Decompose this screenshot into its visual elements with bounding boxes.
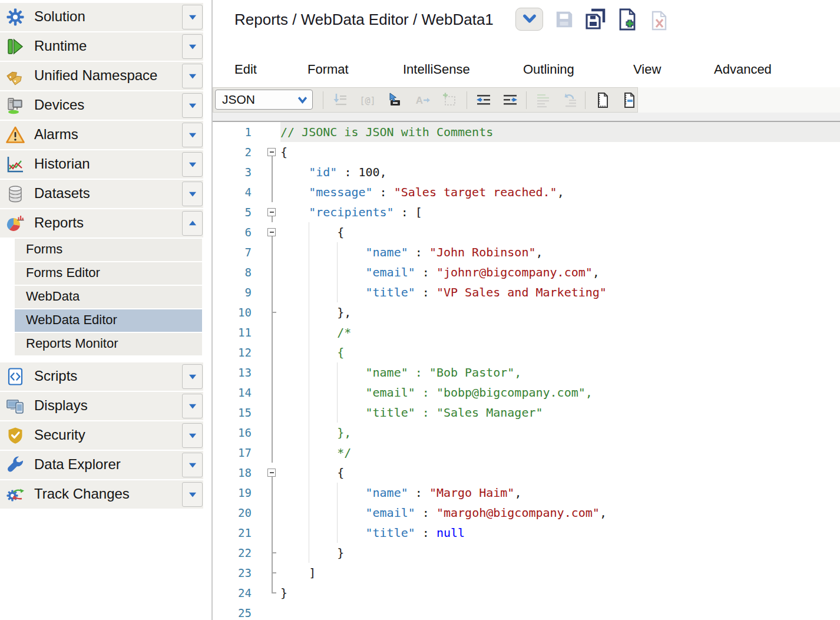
increase-indent-button[interactable]	[498, 90, 522, 111]
code-line[interactable]: 1// JSONC is JSON with Comments	[213, 122, 840, 142]
sidebar-item-track-changes[interactable]: Track Changes	[0, 480, 203, 509]
code-text	[280, 603, 840, 620]
shield-icon	[6, 426, 25, 445]
code-line[interactable]: 24}	[213, 583, 840, 603]
sidebar-subitem-webdata-editor[interactable]: WebData Editor	[15, 309, 202, 332]
insert-snippet-button[interactable]	[438, 90, 461, 111]
document-selector-button[interactable]	[515, 8, 543, 31]
code-line[interactable]: 5 "recipients" : [	[213, 202, 840, 222]
chevron-down-icon[interactable]	[182, 482, 203, 507]
code-line[interactable]: 13 "name" : "Bob Pastor",	[213, 362, 840, 382]
save-icon	[554, 22, 574, 31]
code-line[interactable]: 12 {	[213, 342, 840, 362]
fold-toggle-icon[interactable]	[267, 469, 276, 477]
sidebar-item-displays[interactable]: Displays	[0, 392, 203, 420]
sidebar-item-historian[interactable]: Historian	[0, 150, 203, 179]
collapse-outline-button[interactable]	[617, 90, 641, 111]
chevron-down-icon[interactable]	[182, 182, 203, 206]
sort-lines-button[interactable]	[328, 90, 352, 111]
line-number: 3	[213, 162, 252, 182]
language-selector[interactable]: JSON	[215, 90, 313, 110]
code-line[interactable]: 6 {	[213, 222, 840, 242]
sidebar-subitem-forms-editor[interactable]: Forms Editor	[15, 262, 202, 285]
code-line[interactable]: 17 */	[213, 443, 840, 463]
code-line[interactable]: 15 "title" : "Sales Manager"	[213, 403, 840, 423]
code-line[interactable]: 14 "email" : "bobp@bigcompany.com",	[213, 382, 840, 403]
decrease-indent-button[interactable]	[472, 90, 495, 111]
chevron-up-icon[interactable]	[182, 211, 203, 236]
save-all-button[interactable]	[584, 8, 607, 31]
sidebar-item-reports[interactable]: Reports	[0, 209, 203, 238]
delete-document-button[interactable]	[650, 10, 668, 31]
sidebar-subitem-reports-monitor[interactable]: Reports Monitor	[15, 333, 202, 355]
code-line[interactable]: 21 "title" : null	[213, 523, 840, 543]
code-line[interactable]: 16 },	[213, 423, 840, 443]
code-line[interactable]: 18 {	[213, 463, 840, 483]
chevron-down-icon[interactable]	[182, 394, 203, 418]
menu-intellisense[interactable]: IntelliSense	[403, 62, 470, 77]
sidebar-item-runtime[interactable]: Runtime	[0, 32, 203, 61]
code-line[interactable]: 25	[213, 603, 840, 620]
chevron-down-icon[interactable]	[182, 64, 203, 88]
sidebar-item-datasets[interactable]: Datasets	[0, 180, 203, 208]
fold-toggle-icon[interactable]	[267, 148, 276, 156]
sidebar-item-devices[interactable]: Devices	[0, 91, 203, 120]
code-line[interactable]: 10 },	[213, 302, 840, 322]
save-button[interactable]	[554, 9, 574, 29]
chevron-down-icon[interactable]	[182, 93, 203, 118]
menu-format[interactable]: Format	[307, 62, 349, 77]
chevron-down-icon[interactable]	[182, 453, 203, 477]
at-symbol-button[interactable]: [@]	[356, 90, 379, 111]
line-number: 20	[213, 503, 252, 523]
sidebar-item-scripts[interactable]: Scripts	[0, 362, 203, 391]
code-text: */	[280, 443, 840, 463]
rename-button[interactable]: A	[411, 90, 434, 111]
chevron-down-icon[interactable]	[182, 364, 203, 389]
sidebar-item-label: Displays	[34, 397, 88, 414]
code-line[interactable]: 11 /*	[213, 322, 840, 342]
code-line[interactable]: 2{	[213, 142, 840, 162]
code-line[interactable]: 9 "title" : "VP Sales and Marketing"	[213, 282, 840, 302]
code-editor[interactable]: 1// JSONC is JSON with Comments2{3 "id" …	[213, 122, 840, 620]
line-number: 13	[213, 362, 252, 382]
fold-toggle-icon[interactable]	[267, 228, 276, 236]
chevron-down-icon[interactable]	[182, 123, 203, 147]
sidebar-item-alarms[interactable]: Alarms	[0, 121, 203, 149]
fold-line	[272, 156, 273, 162]
line-number: 6	[213, 222, 252, 242]
code-line[interactable]: 8 "email" : "johnr@bigcompany.com",	[213, 262, 840, 282]
code-line[interactable]: 23 ]	[213, 563, 840, 583]
code-text: "title" : "VP Sales and Marketing"	[280, 282, 840, 302]
new-document-button[interactable]	[617, 8, 638, 31]
pie-chart-icon	[6, 214, 25, 233]
sidebar-item-security[interactable]: Security	[0, 421, 203, 450]
chevron-down-icon[interactable]	[182, 423, 203, 448]
select-element-icon	[386, 102, 404, 111]
chevron-down-icon[interactable]	[182, 5, 203, 29]
code-line[interactable]: 19 "name" : "Margo Haim",	[213, 483, 840, 503]
select-element-button[interactable]	[383, 90, 406, 111]
code-text: "recipients" : [	[280, 202, 840, 222]
sidebar-subitem-forms[interactable]: Forms	[15, 239, 202, 261]
sidebar-item-solution[interactable]: Solution	[0, 3, 203, 31]
menu-advanced[interactable]: Advanced	[714, 62, 772, 77]
code-line[interactable]: 22 }	[213, 543, 840, 563]
undo-format-button[interactable]	[558, 90, 581, 111]
code-line[interactable]: 4 "message" : "Sales target reached.",	[213, 182, 840, 202]
sidebar-item-unified-namespace[interactable]: Unified Namespace	[0, 62, 203, 90]
sidebar-item-data-explorer[interactable]: Data Explorer	[0, 451, 203, 479]
code-line[interactable]: 20 "email" : "margoh@bigcompany.com",	[213, 503, 840, 523]
format-lines-button[interactable]	[531, 90, 555, 111]
sidebar-subitem-webdata[interactable]: WebData	[15, 286, 202, 308]
play-icon	[6, 37, 25, 56]
code-line[interactable]: 7 "name" : "John Robinson",	[213, 242, 840, 262]
fold-toggle-icon[interactable]	[267, 208, 276, 216]
chevron-down-icon[interactable]	[182, 34, 203, 59]
code-text: {	[280, 222, 840, 242]
menu-outlining[interactable]: Outlining	[523, 62, 574, 77]
menu-view[interactable]: View	[633, 62, 661, 77]
menu-edit[interactable]: Edit	[234, 62, 257, 77]
expand-outline-button[interactable]	[591, 90, 614, 111]
code-line[interactable]: 3 "id" : 100,	[213, 162, 840, 182]
chevron-down-icon[interactable]	[182, 152, 203, 177]
